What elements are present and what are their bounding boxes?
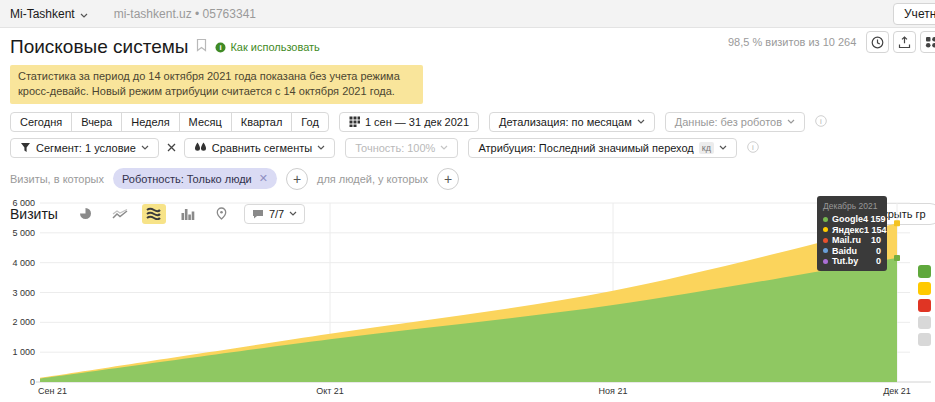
period-preset-button-5[interactable]: Год	[291, 112, 329, 132]
chevron-down-icon	[719, 145, 727, 150]
period-preset-button-2[interactable]: Неделя	[121, 112, 179, 132]
chevron-down-icon	[440, 145, 448, 150]
data-mode-dropdown[interactable]: Данные: без роботов	[665, 112, 805, 132]
tooltip-title: Декабрь 2021	[823, 201, 881, 211]
remove-filter-icon[interactable]: ✕	[259, 172, 268, 185]
chevron-down-icon	[787, 119, 795, 124]
info-green-icon: i	[215, 42, 226, 53]
svg-text:i: i	[820, 116, 822, 125]
tooltip-row: Яндекс1 154	[823, 225, 881, 236]
site-and-counter-id: mi-tashkent.uz • 05763341	[114, 7, 256, 21]
add-user-filter-button[interactable]: +	[437, 168, 459, 190]
svg-text:i: i	[220, 43, 222, 52]
robots-filter-chip[interactable]: Роботность: Только люди ✕	[113, 168, 277, 189]
svg-text:i: i	[752, 142, 754, 151]
attribution-badge: кд	[699, 142, 714, 154]
chart-legend	[918, 265, 931, 346]
users-filter-label: для людей, у которых	[317, 173, 428, 185]
svg-text:2 000: 2 000	[12, 317, 35, 327]
svg-text:Ноя 21: Ноя 21	[599, 386, 628, 396]
metrika-search-engines-report: Mi-Tashkent mi-tashkent.uz • 05763341 Уч…	[0, 0, 935, 402]
chevron-down-icon	[317, 145, 325, 150]
export-button[interactable]	[893, 31, 916, 53]
bookmark-icon[interactable]	[196, 38, 207, 56]
compare-segments-icon	[194, 142, 207, 153]
tooltip-row: Mail.ru10	[823, 235, 881, 246]
segments-row: Сегмент: 1 условие Сравнить сегменты Точ…	[10, 138, 925, 158]
chevron-down-icon	[80, 7, 88, 21]
legend-swatch-яндекс[interactable]	[918, 282, 931, 295]
chart-tooltip: Декабрь 2021 Google4 159Яндекс1 154Mail.…	[817, 196, 887, 271]
svg-text:3 000: 3 000	[12, 288, 35, 298]
visits-filter-label: Визиты, в которых	[10, 173, 104, 185]
svg-text:6 000: 6 000	[12, 198, 35, 208]
info-icon[interactable]: i	[747, 139, 759, 157]
compare-segments-dropdown[interactable]: Сравнить сегменты	[184, 138, 335, 158]
visits-chart: 01 0002 0003 0004 0005 0006 000Сен 21Окт…	[0, 195, 935, 402]
tooltip-row: Google4 159	[823, 214, 881, 225]
funnel-icon	[20, 142, 31, 153]
widgets-icon	[925, 36, 935, 49]
chevron-down-icon	[141, 145, 149, 150]
svg-text:5 000: 5 000	[12, 228, 35, 238]
detalization-dropdown[interactable]: Детализация: по месяцам	[489, 112, 655, 132]
svg-text:Дек 21: Дек 21	[883, 386, 911, 396]
svg-text:Окт 21: Окт 21	[316, 386, 344, 396]
export-icon	[898, 36, 911, 49]
tooltip-row: Tut.by0	[823, 256, 881, 267]
period-presets: СегодняВчераНеделяМесяцКварталГод	[10, 112, 329, 132]
close-icon	[167, 143, 176, 152]
svg-text:0: 0	[30, 377, 35, 387]
widgets-button[interactable]	[920, 31, 935, 53]
how-to-use-link[interactable]: i Как использовать	[215, 41, 319, 53]
legend-swatch-baidu[interactable]	[918, 316, 931, 329]
svg-text:Сен 21: Сен 21	[38, 386, 67, 396]
counter-switcher[interactable]: Mi-Tashkent	[10, 7, 88, 21]
date-range-button[interactable]: 1 сен — 31 дек 2021	[339, 112, 479, 132]
accuracy-dropdown[interactable]: Точность: 100%	[345, 138, 458, 158]
legend-swatch-google[interactable]	[918, 265, 931, 278]
period-preset-button-4[interactable]: Квартал	[231, 112, 293, 132]
history-button[interactable]	[866, 31, 889, 53]
legend-swatch-tut.by[interactable]	[918, 333, 931, 346]
period-preset-button-1[interactable]: Вчера	[71, 112, 122, 132]
topbar: Mi-Tashkent mi-tashkent.uz • 05763341 Уч…	[0, 0, 935, 28]
counter-name: Mi-Tashkent	[10, 7, 75, 21]
stacked-area-chart[interactable]: 01 0002 0003 0004 0005 0006 000Сен 21Окт…	[0, 195, 935, 402]
add-visit-filter-button[interactable]: +	[286, 168, 308, 190]
period-row: СегодняВчераНеделяМесяцКварталГод 1 сен …	[10, 112, 925, 132]
period-preset-button-0[interactable]: Сегодня	[10, 112, 72, 132]
calendar-icon	[349, 116, 360, 127]
clear-segment-button[interactable]	[167, 143, 176, 152]
legend-swatch-mail.ru[interactable]	[918, 299, 931, 312]
chevron-down-icon	[637, 119, 645, 124]
clock-icon	[871, 36, 884, 49]
period-preset-button-3[interactable]: Месяц	[179, 112, 232, 132]
info-icon[interactable]: i	[815, 113, 827, 131]
svg-text:4 000: 4 000	[12, 258, 35, 268]
account-button[interactable]: Учетная з	[893, 3, 935, 25]
page-title: Поисковые системы	[10, 36, 188, 58]
filters-row: Визиты, в которых Роботность: Только люд…	[10, 168, 925, 190]
tooltip-row: Baidu0	[823, 246, 881, 257]
header-actions: 98,5 % визитов из 10 264 Сохранить отч	[728, 31, 935, 53]
segment-dropdown[interactable]: Сегмент: 1 условие	[10, 138, 159, 158]
visits-share-text: 98,5 % визитов из 10 264	[728, 36, 856, 48]
cross-device-warning-banner: Статистика за период до 14 октября 2021 …	[10, 65, 423, 104]
svg-text:1 000: 1 000	[12, 347, 35, 357]
attribution-dropdown[interactable]: Атрибуция: Последний значимый переход кд	[468, 138, 737, 158]
